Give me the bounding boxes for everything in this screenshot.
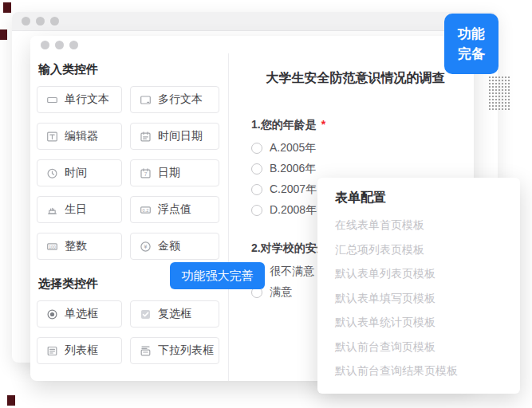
corner-square-decoration [3, 2, 11, 13]
control-button-label: 单行文本 [65, 92, 109, 107]
survey-title: 大学生安全防范意识情况的调查 [251, 70, 459, 86]
control-button-label: 金额 [158, 239, 180, 253]
window-dot-icon [41, 41, 49, 49]
control-button[interactable]: ¥金额 [130, 233, 219, 260]
window-dot-icon [50, 17, 59, 26]
control-button[interactable]: 编辑器 [37, 123, 122, 150]
radio-option-label: 满意 [270, 285, 292, 300]
template-list-item[interactable]: 在线表单首页模板 [335, 213, 502, 237]
template-list-item[interactable]: 默认表单统计页模板 [335, 310, 502, 335]
datetime-icon [140, 131, 152, 143]
control-button[interactable]: 单选框 [37, 300, 122, 328]
feature-pill: 功能强大完善 [170, 262, 265, 289]
question-text: 2.对学校的安全 [251, 241, 328, 254]
template-list-item[interactable]: 默认前台查询结果页模板 [335, 359, 502, 383]
template-list-item[interactable]: 默认表单填写页模板 [335, 286, 502, 311]
single-line-text-icon [46, 94, 58, 106]
date-icon: 7 [140, 167, 152, 179]
corner-square-decoration [0, 29, 7, 40]
control-button[interactable]: 时间日期 [130, 123, 219, 150]
feature-badge: 功能 完备 [444, 14, 499, 74]
radio-option-label: C.2007年 [270, 182, 317, 197]
control-button[interactable]: 生日 [37, 196, 122, 223]
svg-text:100: 100 [49, 244, 56, 249]
radio-button[interactable] [251, 163, 262, 175]
control-button-label: 编辑器 [65, 129, 98, 143]
badge-line1: 功能 [458, 24, 485, 44]
dot-pattern-decoration [488, 76, 510, 112]
control-button-label: 下拉列表框 [158, 343, 214, 358]
money-icon: ¥ [140, 241, 152, 253]
required-asterisk: * [321, 118, 325, 131]
template-list-item[interactable]: 默认前台查询页模板 [335, 335, 502, 359]
radio-option-label: B.2006年 [270, 162, 316, 176]
svg-text:7: 7 [144, 171, 148, 177]
control-button-grid: 单选框复选框列表框下拉列表框 [37, 300, 222, 364]
control-button-label: 日期 [158, 166, 180, 180]
corner-square-decoration [7, 395, 15, 406]
window-dot-icon [69, 41, 78, 49]
control-button-label: 浮点值 [158, 202, 191, 217]
checkbox-icon [140, 308, 152, 320]
time-icon [46, 167, 58, 179]
control-button-label: 列表框 [65, 343, 98, 358]
control-button[interactable]: 下拉列表框 [130, 337, 219, 364]
badge-line2: 完备 [458, 44, 485, 64]
radio-button[interactable] [251, 184, 262, 195]
control-button-grid: 单行文本多行文本编辑器时间日期时间7日期生日0.2浮点值100整数¥金额 [37, 86, 222, 260]
window-dot-icon [55, 41, 64, 49]
control-button-label: 多行文本 [158, 92, 203, 107]
control-button-label: 生日 [65, 202, 87, 217]
form-config-popup: 表单配置 在线表单首页模板汇总项列表页模板默认表单列表页模板默认表单填写页模板默… [317, 178, 520, 394]
radio-option-label: A.2005年 [270, 141, 316, 155]
template-list-item[interactable]: 汇总项列表页模板 [335, 237, 502, 262]
control-button-label: 时间 [65, 166, 87, 180]
template-list-item[interactable]: 默认表单列表页模板 [335, 261, 502, 286]
control-button[interactable]: 7日期 [130, 159, 219, 186]
control-button-label: 时间日期 [158, 129, 203, 143]
radio-option-row: A.2005年 [251, 138, 459, 159]
birthday-icon [46, 204, 58, 216]
popup-title: 表单配置 [335, 189, 502, 206]
editor-icon [46, 131, 58, 143]
radio-icon [46, 308, 58, 320]
template-list: 在线表单首页模板汇总项列表页模板默认表单列表页模板默认表单填写页模板默认表单统计… [335, 213, 502, 383]
question-text: 1.您的年龄是 [251, 118, 317, 131]
sidebar-section-title: 输入类控件 [38, 61, 222, 77]
controls-sidebar: 输入类控件单行文本多行文本编辑器时间日期时间7日期生日0.2浮点值100整数¥金… [37, 53, 222, 364]
listbox-icon [46, 345, 58, 357]
back-window-titlebar [12, 12, 498, 31]
control-button[interactable]: 0.2浮点值 [130, 196, 219, 223]
multi-line-text-icon [140, 94, 152, 106]
radio-button[interactable] [251, 205, 262, 216]
page: 输入类控件单行文本多行文本编辑器时间日期时间7日期生日0.2浮点值100整数¥金… [0, 0, 532, 408]
svg-text:¥: ¥ [144, 244, 148, 249]
control-button[interactable]: 单行文本 [37, 86, 122, 113]
front-window-titlebar [30, 36, 474, 53]
radio-option-label: 很不满意 [270, 265, 314, 279]
question-label: 1.您的年龄是* [251, 117, 459, 131]
integer-icon: 100 [46, 241, 58, 253]
control-button-label: 复选框 [158, 307, 191, 321]
dropdown-icon [140, 345, 152, 357]
control-button[interactable]: 100整数 [37, 233, 122, 260]
control-button[interactable]: 时间 [37, 159, 122, 186]
control-button[interactable]: 列表框 [37, 337, 122, 364]
radio-option-label: D.2008年 [270, 203, 317, 218]
window-dot-icon [36, 17, 45, 26]
control-button-label: 单选框 [65, 307, 98, 321]
control-button[interactable]: 复选框 [130, 300, 219, 328]
control-button-label: 整数 [65, 239, 87, 253]
window-dot-icon [22, 17, 30, 26]
svg-text:0.2: 0.2 [143, 207, 149, 212]
radio-button[interactable] [251, 143, 262, 154]
float-icon: 0.2 [140, 204, 152, 216]
control-button[interactable]: 多行文本 [130, 86, 219, 113]
radio-option-row: B.2006年 [251, 159, 459, 179]
